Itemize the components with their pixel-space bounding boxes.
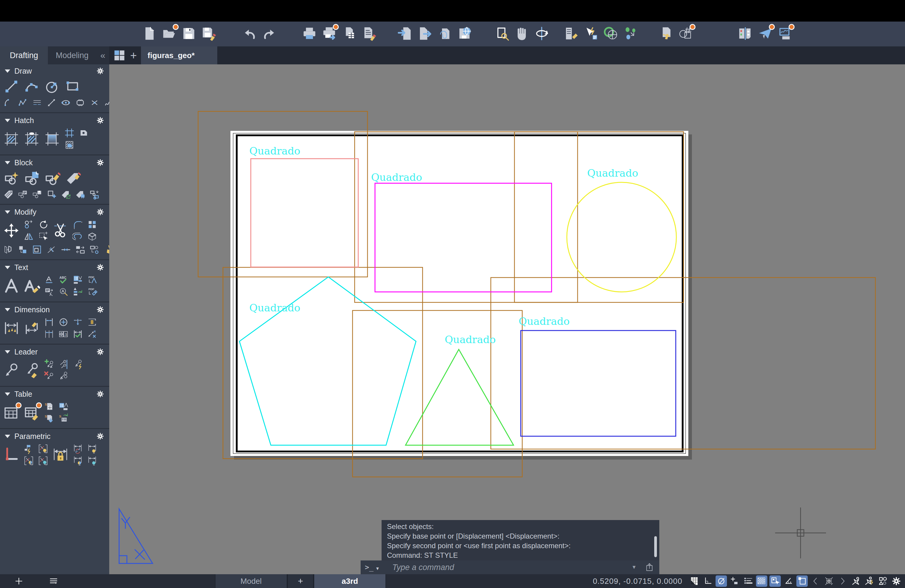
select-add-button[interactable] xyxy=(38,231,49,242)
point-style-button[interactable] xyxy=(89,97,100,108)
move-button[interactable] xyxy=(3,222,20,239)
rectangle-button[interactable] xyxy=(64,78,81,95)
dim-x-button[interactable]: x xyxy=(87,329,98,340)
save-button[interactable] xyxy=(181,26,197,41)
replace-block-button[interactable] xyxy=(89,189,100,200)
table-button[interactable] xyxy=(3,404,20,421)
etransmit-button[interactable] xyxy=(457,26,472,41)
pdf-import-button[interactable]: PDF xyxy=(87,275,98,285)
share-button[interactable] xyxy=(757,26,773,41)
table-brush-button[interactable] xyxy=(23,404,40,421)
quick-props-button[interactable] xyxy=(583,26,599,41)
trace-button[interactable] xyxy=(777,26,793,41)
command-input[interactable]: Type a command xyxy=(392,563,632,572)
edit-block-button[interactable] xyxy=(44,170,60,186)
ellipse-button[interactable] xyxy=(60,97,71,108)
layout-list-icon[interactable] xyxy=(49,576,59,586)
param-bulb-button[interactable] xyxy=(38,443,49,454)
move-text-button[interactable] xyxy=(44,286,54,297)
status-ortho-toggle[interactable] xyxy=(702,575,713,587)
table-a-button[interactable] xyxy=(58,401,69,412)
status-angle-toggle[interactable] xyxy=(783,575,794,587)
tab-modeling[interactable]: Modeling xyxy=(48,46,96,64)
status-osnap-toggle[interactable] xyxy=(716,575,727,587)
prompt-dropdown-icon[interactable]: ▼ xyxy=(375,566,380,571)
new-file-button[interactable] xyxy=(141,26,157,41)
hatch-edit-button[interactable] xyxy=(64,140,75,150)
text-list-button[interactable] xyxy=(72,275,83,285)
param-dim-half-button[interactable] xyxy=(72,455,83,466)
find-text-button[interactable] xyxy=(58,286,69,297)
spline-button[interactable] xyxy=(103,97,109,108)
status-person-bolt-toggle[interactable] xyxy=(864,575,875,587)
scale-button[interactable] xyxy=(32,244,43,255)
collapse-triangle-icon[interactable] xyxy=(5,161,10,164)
break-button[interactable] xyxy=(46,244,57,255)
status-dynucs-toggle[interactable] xyxy=(796,575,808,587)
array-button[interactable] xyxy=(87,219,98,230)
redo-button[interactable] xyxy=(262,26,277,41)
arc-button[interactable] xyxy=(23,78,40,95)
status-shapes-toggle[interactable] xyxy=(877,575,889,587)
orbit-button[interactable] xyxy=(534,26,549,41)
fillet-button[interactable] xyxy=(72,219,83,230)
command-share-icon[interactable] xyxy=(644,562,654,572)
rotate-button[interactable] xyxy=(38,219,49,230)
text-single-button[interactable] xyxy=(3,278,20,294)
gear-icon[interactable] xyxy=(96,305,105,314)
table-sync-button[interactable]: S xyxy=(58,413,69,424)
collapse-triangle-icon[interactable] xyxy=(5,119,10,122)
add-layout-icon[interactable] xyxy=(14,576,24,586)
import-button[interactable] xyxy=(397,26,413,41)
gear-icon[interactable] xyxy=(96,158,105,167)
underline-a-button[interactable] xyxy=(44,275,54,285)
tag-button[interactable] xyxy=(3,189,14,200)
join-button[interactable] xyxy=(60,244,71,255)
spell-check-button[interactable]: ABC xyxy=(58,275,69,285)
polyline-button[interactable] xyxy=(17,97,28,108)
clean-brush-button[interactable] xyxy=(103,244,109,255)
gear-icon[interactable] xyxy=(96,348,105,356)
collapse-triangle-icon[interactable] xyxy=(5,266,10,269)
param-flag-button[interactable] xyxy=(23,443,34,454)
boundary-button[interactable] xyxy=(64,127,75,138)
add-layout-tab-button[interactable]: + xyxy=(287,574,314,588)
status-otrack-toggle[interactable] xyxy=(729,575,740,587)
trim-button[interactable] xyxy=(52,222,69,239)
write-block-button[interactable] xyxy=(32,189,43,200)
polyline-edit-button[interactable] xyxy=(72,231,83,242)
copy-shape-button[interactable] xyxy=(89,244,100,255)
manage-attributes-button[interactable] xyxy=(75,189,86,200)
collapse-triangle-icon[interactable] xyxy=(5,393,10,396)
drawing-tab-figuras-geo[interactable]: figuras_geo* xyxy=(141,46,217,64)
define-attribute-button[interactable] xyxy=(17,189,28,200)
leader-align-button[interactable] xyxy=(58,359,69,370)
dim-ruler-button[interactable] xyxy=(87,317,98,327)
param-refresh-button[interactable] xyxy=(72,443,83,454)
viewport-layout-icon[interactable] xyxy=(113,49,126,62)
status-chr-toggle[interactable] xyxy=(837,575,848,587)
line-button[interactable] xyxy=(3,78,20,95)
arc-options-button[interactable] xyxy=(3,97,14,108)
purge-button[interactable] xyxy=(658,26,674,41)
collapse-triangle-icon[interactable] xyxy=(5,70,10,73)
hatch-annotative-button[interactable] xyxy=(23,130,40,147)
dim-flash-button[interactable] xyxy=(3,320,20,337)
gear-icon[interactable] xyxy=(96,263,105,272)
print-export-button[interactable] xyxy=(321,26,337,41)
insert-block-button[interactable] xyxy=(3,170,20,186)
status-draft-toggle[interactable] xyxy=(689,575,700,587)
tool-sets-button[interactable] xyxy=(563,26,579,41)
offset-button[interactable] xyxy=(3,244,14,255)
dim-arrow-button[interactable] xyxy=(72,317,83,327)
new-drawing-tab-button[interactable]: + xyxy=(126,49,141,62)
hatch-button[interactable] xyxy=(3,130,20,147)
leader-add-button[interactable] xyxy=(44,359,54,370)
page-setup-button[interactable] xyxy=(341,26,357,41)
collapse-triangle-icon[interactable] xyxy=(5,350,10,354)
leader-bolt-button[interactable] xyxy=(72,359,83,370)
status-select-toggle[interactable] xyxy=(769,575,781,587)
region-button[interactable] xyxy=(78,127,89,138)
count-button[interactable] xyxy=(678,26,694,41)
param-bulb-teal-button[interactable] xyxy=(38,455,49,466)
